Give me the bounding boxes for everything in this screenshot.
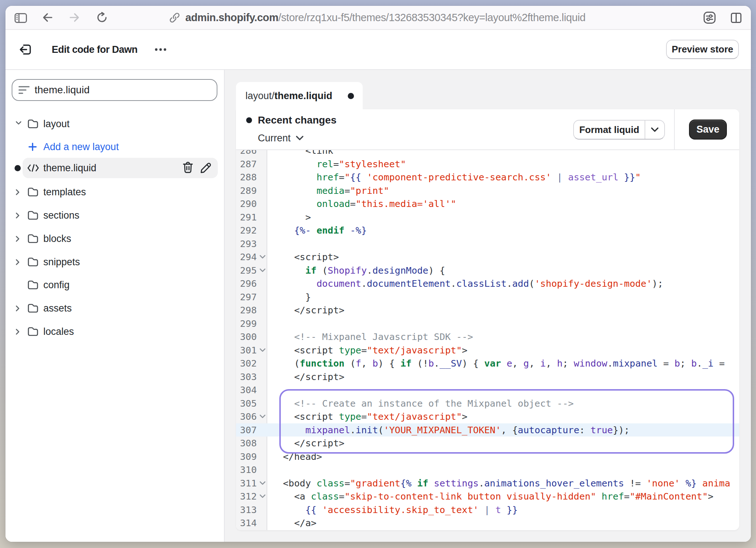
folder-icon <box>27 119 39 129</box>
sidebar-item-config[interactable]: config <box>5 273 224 297</box>
line-number: 291 <box>236 211 257 224</box>
format-liquid-button[interactable]: Format liquid <box>573 120 665 140</box>
code-line-311[interactable]: 311<body class="gradient{% if settings.a… <box>236 477 739 490</box>
rename-file-icon[interactable] <box>200 162 212 174</box>
exit-icon[interactable] <box>19 43 32 56</box>
code-line-306[interactable]: 306 <script type="text/javascript"> <box>236 410 739 423</box>
code-line-294[interactable]: 294 <script> <box>236 250 739 264</box>
code-line-296[interactable]: 296 document.documentElement.classList.a… <box>236 277 739 290</box>
recent-changes-label: Recent changes <box>258 114 336 126</box>
split-view-icon[interactable] <box>731 13 741 23</box>
forward-icon[interactable] <box>69 12 79 23</box>
line-number: 308 <box>236 437 257 450</box>
code-line-302[interactable]: 302 (function (f, b) { if (!b.__SV) { va… <box>236 357 739 370</box>
back-icon[interactable] <box>43 12 53 23</box>
toolbar-divider <box>674 109 675 149</box>
sidebar-item-locales[interactable]: locales <box>5 320 224 343</box>
code-line-314[interactable]: 314 </a> <box>236 516 739 530</box>
code-line-300[interactable]: 300 <!-- Mixpanel Javascript SDK --> <box>236 330 739 344</box>
code-line-308[interactable]: 308 </script> <box>236 437 739 450</box>
line-number: 303 <box>236 370 257 384</box>
file-sidebar: theme.liquid layoutAdd a new layouttheme… <box>5 70 225 542</box>
code-line-290[interactable]: 290 onload="this.media='all'" <box>236 197 739 211</box>
sidebar-item-layout[interactable]: layout <box>5 112 224 136</box>
code-line-297[interactable]: 297 } <box>236 290 739 304</box>
unsaved-file-dot <box>15 165 21 171</box>
line-number: 299 <box>236 317 257 330</box>
code-line-307[interactable]: 307 mixpanel.init('YOUR_MIXPANEL_TOKEN',… <box>236 423 739 437</box>
code-line-295[interactable]: 295 if (Shopify.designMode) { <box>236 264 739 277</box>
plus-icon <box>28 142 37 152</box>
preview-store-button[interactable]: Preview store <box>666 40 739 59</box>
sidebar-item-blocks[interactable]: blocks <box>5 227 224 250</box>
chevron-right-icon[interactable] <box>16 189 21 195</box>
sidebar-item-templates[interactable]: templates <box>5 180 224 204</box>
code-file-icon <box>27 164 39 172</box>
line-number: 294 <box>236 250 257 264</box>
browser-toolbar: admin.shopify.com/store/rzq1xu-f5/themes… <box>5 6 751 30</box>
code-line-289[interactable]: 289 media="print" <box>236 184 739 197</box>
code-editor-card: Recent changes Current Format liquid <box>236 109 739 530</box>
sidebar-toggle-icon[interactable] <box>15 13 27 23</box>
code-line-299[interactable]: 299 <box>236 317 739 330</box>
chevron-down-icon[interactable] <box>16 121 21 127</box>
page-settings-icon[interactable] <box>704 12 716 24</box>
chevron-right-icon[interactable] <box>16 212 21 218</box>
code-line-312[interactable]: 312 <a class="skip-to-content-link butto… <box>236 490 739 503</box>
folder-icon <box>27 327 39 337</box>
chevron-down-icon <box>651 127 659 132</box>
sidebar-item-assets[interactable]: assets <box>5 297 224 320</box>
line-number: 288 <box>236 171 257 184</box>
more-menu-icon[interactable] <box>153 44 173 55</box>
line-number: 309 <box>236 450 257 463</box>
folder-icon <box>27 211 39 220</box>
save-button[interactable]: Save <box>689 120 727 140</box>
code-line-292[interactable]: 292 {%- endif -%} <box>236 224 739 237</box>
tab-theme-liquid[interactable]: layout/theme.liquid <box>236 82 363 110</box>
code-line-305[interactable]: 305 <!-- Create an instance of the Mixpa… <box>236 397 739 410</box>
code-line-301[interactable]: 301 <script type="text/javascript"> <box>236 344 739 357</box>
fold-chevron-icon[interactable] <box>258 410 267 423</box>
fold-chevron-icon[interactable] <box>258 250 267 264</box>
code-line-287[interactable]: 287 rel="stylesheet" <box>236 157 739 171</box>
chevron-right-icon[interactable] <box>16 329 21 334</box>
fold-chevron-icon[interactable] <box>258 264 267 277</box>
chevron-down-icon <box>296 136 304 141</box>
version-dropdown[interactable]: Current <box>258 132 304 144</box>
sidebar-item-snippets[interactable]: snippets <box>5 250 224 274</box>
sidebar-item-theme.liquid[interactable]: theme.liquid <box>23 158 218 178</box>
fold-chevron-icon[interactable] <box>258 490 267 503</box>
chevron-right-icon[interactable] <box>16 236 21 242</box>
format-options-caret[interactable] <box>645 121 664 139</box>
sidebar-item-sections[interactable]: sections <box>5 204 224 227</box>
code-line-288[interactable]: 288 href="{{ 'component-predictive-searc… <box>236 171 739 184</box>
line-number: 304 <box>236 383 257 397</box>
line-number: 293 <box>236 237 257 251</box>
reload-icon[interactable] <box>97 12 107 23</box>
code-line-304[interactable]: 304 <box>236 383 739 397</box>
chevron-right-icon[interactable] <box>16 305 21 311</box>
add-new-layout-link[interactable]: Add a new layout <box>5 135 224 158</box>
code-editor[interactable]: 286 <link287 rel="stylesheet"288 href="{… <box>236 150 739 530</box>
delete-file-icon[interactable] <box>183 162 194 174</box>
line-number: 298 <box>236 304 257 317</box>
code-line-309[interactable]: 309</head> <box>236 450 739 463</box>
folder-icon <box>27 187 39 197</box>
chevron-right-icon[interactable] <box>16 259 21 265</box>
code-line-298[interactable]: 298 </script> <box>236 304 739 317</box>
code-line-303[interactable]: 303 </script> <box>236 370 739 384</box>
line-number: 300 <box>236 330 257 344</box>
line-number: 310 <box>236 463 257 477</box>
browser-window: admin.shopify.com/store/rzq1xu-f5/themes… <box>5 6 751 542</box>
code-line-293[interactable]: 293 <box>236 237 739 251</box>
code-line-286[interactable]: 286 <link <box>236 150 739 157</box>
code-line-291[interactable]: 291 > <box>236 211 739 224</box>
line-number: 297 <box>236 290 257 304</box>
fold-chevron-icon[interactable] <box>258 477 267 490</box>
line-number: 313 <box>236 503 257 517</box>
url-field[interactable]: admin.shopify.com/store/rzq1xu-f5/themes… <box>185 12 586 24</box>
code-line-310[interactable]: 310 <box>236 463 739 477</box>
code-line-313[interactable]: 313 {{ 'accessibility.skip_to_text' | t … <box>236 503 739 517</box>
fold-chevron-icon[interactable] <box>258 344 267 357</box>
editor-toolbar: Recent changes Current Format liquid <box>236 109 739 150</box>
